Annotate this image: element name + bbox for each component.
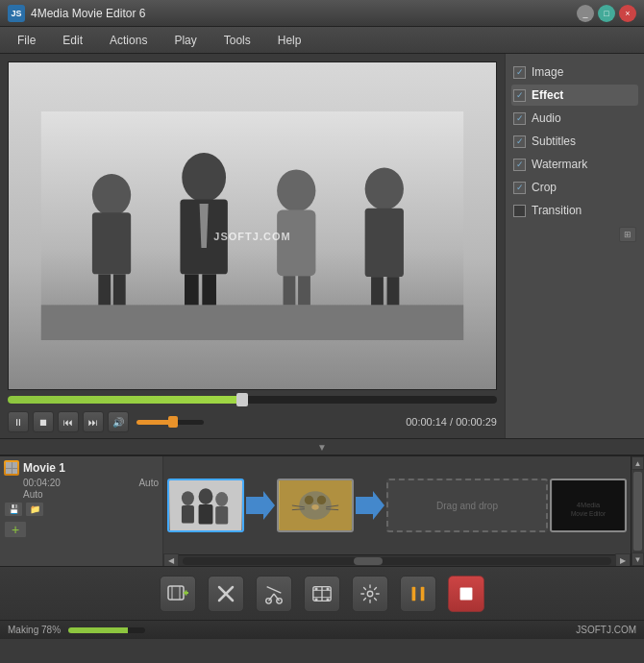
scroll-down-arrow[interactable]: ▼: [632, 552, 644, 566]
clip-1[interactable]: [167, 479, 244, 532]
watermark-label[interactable]: Watermark: [532, 158, 587, 171]
subtitles-label[interactable]: Subtitles: [532, 135, 576, 148]
svg-rect-3: [92, 212, 131, 274]
next-button[interactable]: ⏭: [83, 411, 104, 432]
expand-panel-button[interactable]: ⊞: [619, 227, 636, 242]
timeline-pause-button[interactable]: [400, 576, 436, 612]
audio-label[interactable]: Audio: [532, 111, 561, 125]
pause-playback-button[interactable]: ⏸: [8, 411, 29, 432]
track-buttons: 💾 📁: [4, 502, 159, 517]
close-button[interactable]: ×: [619, 5, 636, 22]
svg-point-6: [182, 153, 226, 202]
track-title-row: Movie 1: [4, 460, 159, 476]
maximize-button[interactable]: □: [598, 5, 615, 22]
menu-help[interactable]: Help: [264, 30, 315, 51]
add-track-button[interactable]: +: [4, 521, 27, 538]
crop-checkbox[interactable]: [513, 182, 526, 194]
svg-rect-5: [113, 274, 126, 305]
track-content[interactable]: Drag and drop 4Media Movie Editor: [163, 456, 631, 554]
svg-rect-18: [387, 277, 400, 305]
svg-point-28: [305, 496, 313, 504]
minimize-button[interactable]: _: [577, 5, 594, 22]
svg-rect-59: [412, 586, 416, 601]
menu-tools[interactable]: Tools: [211, 30, 264, 51]
svg-point-2: [92, 174, 131, 216]
delete-clip-button[interactable]: [208, 576, 244, 612]
stop-record-button[interactable]: [448, 576, 484, 612]
video-frame: JSOFTJ.COM: [9, 62, 496, 389]
scroll-v-thumb[interactable]: [633, 472, 642, 551]
stop-button[interactable]: ⏹: [33, 411, 54, 432]
timeline-vertical-scrollbar[interactable]: ▲ ▼: [631, 456, 644, 566]
status-brand-text: JSOFTJ.COM: [576, 625, 636, 635]
menu-edit[interactable]: Edit: [49, 30, 96, 51]
split-button[interactable]: [304, 576, 340, 612]
track-save-button[interactable]: 💾: [4, 502, 23, 517]
track-icon: [6, 462, 17, 474]
transition-arrow-2[interactable]: [356, 491, 384, 520]
watermark-checkbox[interactable]: [513, 159, 526, 171]
volume-thumb: [168, 416, 178, 428]
menu-play[interactable]: Play: [161, 30, 210, 51]
svg-rect-10: [202, 274, 216, 305]
clip-2[interactable]: [277, 479, 354, 532]
video-preview-area: JSOFTJ.COM ⏸ ⏹ ⏮ ⏭ 🔊 00:00:14 / 00:00:29: [0, 54, 505, 438]
image-label[interactable]: Image: [532, 65, 563, 79]
svg-rect-54: [315, 587, 318, 590]
track-auto2: Auto: [23, 489, 43, 500]
svg-rect-9: [185, 274, 199, 305]
timeline-area: Movie 1 00:04:20 Auto Auto 💾 📁 +: [0, 455, 644, 566]
audio-checkbox[interactable]: [513, 112, 526, 125]
volume-slider[interactable]: [136, 420, 204, 425]
track-folder-button[interactable]: 📁: [25, 502, 44, 517]
drag-handle-icon: ▼: [317, 442, 327, 453]
window-controls: _ □ ×: [577, 5, 636, 22]
svg-rect-57: [327, 598, 330, 601]
effect-checkbox[interactable]: [513, 89, 526, 102]
panel-item-transition: Transition: [511, 200, 638, 221]
track-duration: 00:04:20: [23, 478, 61, 488]
progress-track[interactable]: [8, 396, 497, 404]
panel-item-crop: Crop: [511, 177, 638, 198]
menu-file[interactable]: File: [4, 30, 49, 51]
svg-point-22: [199, 488, 213, 504]
prev-button[interactable]: ⏮: [58, 411, 79, 432]
drag-drop-area[interactable]: Drag and drop: [386, 479, 548, 532]
scroll-up-arrow[interactable]: ▲: [632, 456, 644, 470]
crop-label[interactable]: Crop: [532, 181, 557, 194]
svg-text:4Media: 4Media: [577, 501, 601, 509]
volume-icon[interactable]: 🔊: [108, 411, 129, 432]
panel-item-watermark: Watermark: [511, 154, 638, 175]
scroll-track[interactable]: [183, 557, 611, 565]
progress-fill: [8, 396, 242, 404]
bottom-toolbar: [0, 566, 644, 620]
progress-bar-area[interactable]: [8, 390, 497, 409]
transition-label[interactable]: Transition: [532, 204, 582, 217]
transition-checkbox[interactable]: [513, 205, 526, 217]
clip-3[interactable]: 4Media Movie Editor: [550, 479, 627, 532]
svg-rect-14: [298, 276, 310, 305]
svg-rect-16: [365, 209, 404, 277]
transition-arrow-1[interactable]: [246, 491, 275, 520]
status-making-text: Making 78%: [8, 625, 61, 635]
add-clip-button[interactable]: [160, 576, 196, 612]
svg-rect-4: [98, 274, 111, 305]
progress-thumb[interactable]: [236, 393, 248, 406]
menu-actions[interactable]: Actions: [96, 30, 161, 51]
svg-line-49: [267, 586, 282, 592]
right-panel: Image Effect Audio Subtitles Watermark C…: [505, 54, 644, 438]
effect-label[interactable]: Effect: [532, 88, 563, 102]
cut-button[interactable]: [256, 576, 292, 612]
scroll-left-arrow[interactable]: ◀: [163, 553, 179, 567]
effects-button[interactable]: [352, 576, 388, 612]
svg-text:Movie Editor: Movie Editor: [571, 510, 607, 517]
svg-point-20: [182, 491, 194, 505]
track-inner: Drag and drop 4Media Movie Editor: [163, 456, 631, 554]
subtitles-checkbox[interactable]: [513, 135, 526, 148]
status-progress-fill: [68, 627, 128, 633]
time-display: 00:00:14 / 00:00:29: [406, 416, 497, 428]
scroll-right-arrow[interactable]: ▶: [615, 553, 631, 567]
image-checkbox[interactable]: [513, 66, 526, 79]
timeline-scrollbar[interactable]: ◀ ▶: [163, 554, 631, 566]
scroll-thumb[interactable]: [354, 557, 383, 565]
